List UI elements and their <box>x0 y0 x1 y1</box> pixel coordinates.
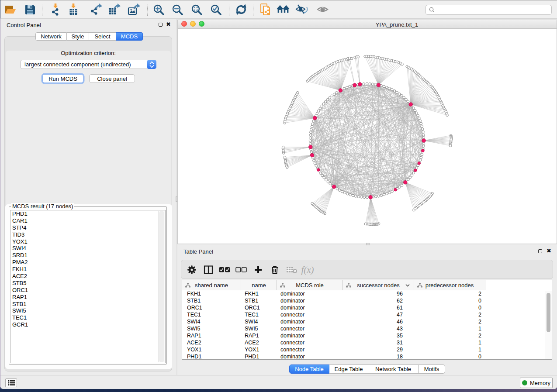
table-row[interactable]: ORC1ORC1dominator610 <box>182 305 545 312</box>
network-node[interactable] <box>363 83 365 85</box>
tab-node-table[interactable]: Node Table <box>289 364 329 374</box>
network-node[interactable] <box>412 172 415 174</box>
network-node[interactable] <box>401 63 404 65</box>
network-node[interactable] <box>383 85 385 88</box>
mcds-result-item[interactable]: YOX1 <box>10 238 165 245</box>
network-node[interactable] <box>314 162 316 165</box>
network-node[interactable] <box>321 174 324 177</box>
tab-style[interactable]: Style <box>67 32 89 41</box>
network-node[interactable] <box>360 196 363 199</box>
network-node[interactable] <box>388 87 391 90</box>
network-node[interactable] <box>341 190 343 193</box>
network-node[interactable] <box>411 174 413 177</box>
table-float-icon[interactable] <box>538 249 542 253</box>
network-node[interactable] <box>310 131 312 134</box>
tab-network[interactable]: Network <box>35 32 67 41</box>
mcds-result-item[interactable]: PHD1 <box>10 210 165 217</box>
network-node[interactable] <box>446 114 449 117</box>
mcds-node[interactable] <box>358 83 362 86</box>
zoom-window-icon[interactable] <box>199 21 204 27</box>
network-node[interactable] <box>421 125 423 127</box>
zoom-in-icon[interactable] <box>152 3 165 16</box>
add-column-icon[interactable] <box>252 264 264 276</box>
open-file-icon[interactable] <box>4 3 17 16</box>
network-node[interactable] <box>333 93 336 96</box>
mcds-node[interactable] <box>377 83 381 87</box>
close-window-icon[interactable] <box>181 21 187 27</box>
mcds-node[interactable] <box>309 145 313 149</box>
mcds-list-scrollbar[interactable] <box>158 211 165 362</box>
network-node[interactable] <box>374 83 377 86</box>
network-node[interactable] <box>316 112 318 115</box>
network-node[interactable] <box>383 193 386 196</box>
first-neighbors-icon[interactable] <box>277 3 290 16</box>
network-node[interactable] <box>343 192 346 194</box>
network-node[interactable] <box>284 156 286 158</box>
zoom-out-icon[interactable] <box>171 3 184 16</box>
select-all-icon[interactable] <box>218 264 231 276</box>
tab-network-table[interactable]: Network Table <box>368 364 419 374</box>
mcds-node[interactable] <box>418 162 421 165</box>
delete-table-icon[interactable] <box>286 264 298 276</box>
network-node[interactable] <box>385 86 388 89</box>
table-row[interactable]: STB1STB1dominator620 <box>182 298 545 305</box>
network-node[interactable] <box>346 86 348 89</box>
zoom-fit-icon[interactable] <box>190 3 203 16</box>
mcds-node[interactable] <box>422 139 426 143</box>
network-node[interactable] <box>449 144 452 147</box>
network-node[interactable] <box>319 172 322 175</box>
column-header-successor-nodes[interactable]: successor nodes <box>343 280 414 290</box>
network-node[interactable] <box>310 128 313 131</box>
network-node[interactable] <box>405 98 408 101</box>
network-node[interactable] <box>391 89 393 91</box>
network-node[interactable] <box>318 110 320 112</box>
table-row[interactable]: FKH1FKH1dominator962 <box>182 291 545 298</box>
network-node[interactable] <box>409 176 412 179</box>
network-canvas[interactable] <box>178 29 557 244</box>
network-node[interactable] <box>386 193 388 195</box>
zoom-selected-icon[interactable] <box>209 3 222 16</box>
network-node[interactable] <box>321 105 323 107</box>
network-node[interactable] <box>357 196 360 198</box>
run-mcds-button[interactable]: Run MCDS <box>42 74 83 83</box>
mcds-result-item[interactable]: FKH1 <box>10 266 165 273</box>
network-node[interactable] <box>346 193 349 195</box>
network-node[interactable] <box>366 196 369 199</box>
network-node[interactable] <box>401 94 403 97</box>
network-node[interactable] <box>311 123 314 125</box>
network-node[interactable] <box>323 176 325 179</box>
network-node[interactable] <box>380 194 383 197</box>
network-node[interactable] <box>403 96 405 99</box>
network-node[interactable] <box>419 159 422 162</box>
network-node[interactable] <box>309 143 311 145</box>
mcds-node[interactable] <box>409 103 413 107</box>
mcds-node[interactable] <box>422 149 425 152</box>
table-row[interactable]: TEC1TEC1connector472 <box>182 312 545 319</box>
mcds-node[interactable] <box>313 116 317 120</box>
mcds-result-item[interactable]: TEC1 <box>10 314 165 321</box>
network-node[interactable] <box>421 154 423 156</box>
deselect-all-icon[interactable] <box>235 264 247 276</box>
network-node[interactable] <box>413 209 415 211</box>
network-node[interactable] <box>422 131 425 133</box>
network-node[interactable] <box>349 193 352 196</box>
export-table-icon[interactable] <box>108 3 121 16</box>
network-node[interactable] <box>393 90 396 93</box>
table-settings-icon[interactable] <box>186 264 198 276</box>
network-node[interactable] <box>422 128 424 131</box>
network-node[interactable] <box>407 179 410 181</box>
network-node[interactable] <box>414 109 416 112</box>
network-node[interactable] <box>309 134 312 137</box>
table-scrollbar[interactable] <box>545 291 552 359</box>
network-node[interactable] <box>391 190 394 193</box>
network-node[interactable] <box>369 83 371 85</box>
network-node[interactable] <box>420 122 422 125</box>
network-node[interactable] <box>310 151 313 154</box>
network-node[interactable] <box>315 165 318 167</box>
memory-button[interactable]: Memory <box>520 378 553 388</box>
network-node[interactable] <box>355 195 357 198</box>
table-row[interactable]: PHD1PHD1dominator180 <box>182 354 545 359</box>
close-panel-icon[interactable]: ✖ <box>166 21 171 28</box>
network-node[interactable] <box>329 96 331 99</box>
network-node[interactable] <box>371 83 374 86</box>
